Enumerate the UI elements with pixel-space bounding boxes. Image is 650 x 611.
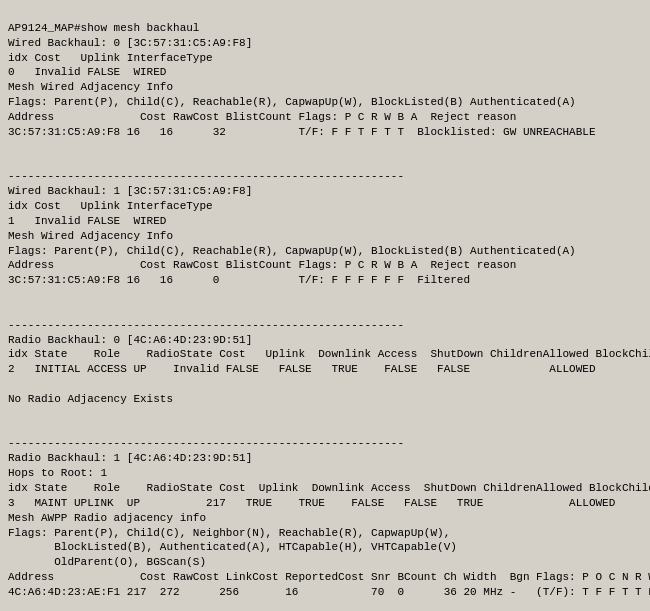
terminal-window: AP9124_MAP#show mesh backhaul Wired Back…: [0, 0, 650, 611]
terminal-content: AP9124_MAP#show mesh backhaul Wired Back…: [8, 22, 650, 611]
